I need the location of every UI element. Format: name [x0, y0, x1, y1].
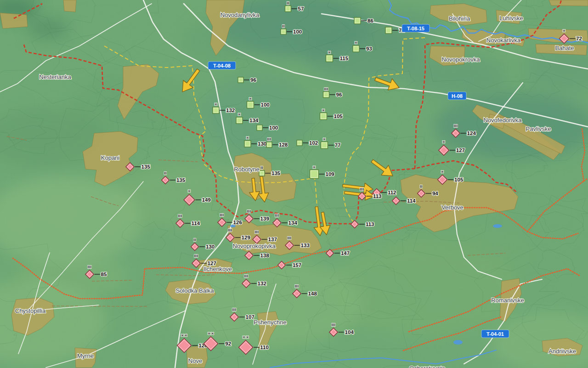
place-label-pshenychne: Pshenychne	[254, 319, 287, 326]
situation-map[interactable]: ✕72III124✕127135II135✕149✕105II94112III1…	[0, 0, 588, 368]
unit-number: 109	[326, 171, 334, 177]
unit-echelon: III	[194, 254, 198, 258]
unit-number: 135	[271, 170, 281, 176]
unit-number: 72	[576, 36, 582, 41]
pond	[493, 224, 502, 228]
unit-echelon: II	[260, 165, 263, 170]
unit-number: 133	[301, 243, 310, 248]
place-label-ilchenkove: Ilchenkove	[204, 266, 232, 272]
unit-echelon: III	[454, 124, 458, 128]
unit-echelon: III	[332, 323, 336, 327]
unit-number: 137	[268, 237, 277, 242]
unit-echelon: ✕	[328, 50, 331, 55]
unit-number: 104	[345, 329, 354, 335]
road-shield-T-08-15: T-08-15	[402, 24, 430, 32]
place-label-luhivske: Luhivske	[499, 15, 523, 22]
unit-echelon: III	[220, 213, 224, 217]
unit-number: 149	[202, 197, 211, 203]
unit-echelon: III	[178, 214, 182, 218]
place-label-novoprokopivka: Novoprokopivka	[232, 243, 276, 249]
unit-number: 130	[206, 244, 215, 249]
unit-echelon: ✕	[354, 40, 358, 45]
unit-number: 85	[101, 272, 107, 277]
unit-number: 100	[261, 102, 270, 108]
unit-echelon: III	[267, 137, 271, 142]
unit-echelon: III	[255, 230, 259, 234]
unit-number: 135	[176, 177, 186, 183]
unit-number: 112	[388, 190, 396, 195]
place-label-novopokrovka: Novopokrovka	[441, 56, 480, 63]
unit-number: 132	[226, 108, 235, 113]
unit-echelon: II	[164, 171, 167, 176]
unit-number: 132	[258, 281, 266, 286]
unit-number: 110	[260, 345, 269, 350]
unit-number: 127	[456, 147, 465, 153]
road-shield-label: T-04-01	[486, 331, 504, 337]
unit-number: 128	[279, 142, 288, 147]
unit-echelon: III	[288, 236, 292, 240]
unit-echelon: III	[295, 284, 299, 289]
unit-number: 77	[335, 142, 341, 148]
unit-echelon: ✕	[562, 28, 566, 33]
unit-number: 107	[246, 314, 254, 320]
unit-echelon: II	[193, 238, 196, 242]
unit-echelon: ✕	[214, 102, 218, 107]
unit-number: 134	[288, 220, 298, 226]
unit-number: 100	[293, 29, 302, 34]
place-label-novodanylivka: Novodanylivka	[220, 11, 260, 18]
unit-number: 126	[233, 220, 242, 225]
place-label-novokarlivka: Novokarlivka	[486, 37, 521, 44]
unit-number: 114	[407, 198, 416, 204]
unit-number: 147	[341, 250, 350, 256]
road-shield-label: T-08-15	[407, 26, 424, 31]
unit-number: 139	[260, 216, 269, 221]
unit-echelon: ✕	[187, 189, 191, 193]
unit-echelon: ✕✕	[207, 331, 214, 336]
unit-number: 114	[192, 221, 200, 226]
unit-number: 130	[258, 141, 266, 147]
unit-number: 148	[308, 291, 317, 296]
unit-echelon: ✕✕	[181, 333, 187, 338]
unit-number: 124	[467, 130, 476, 136]
unit-number: 115	[340, 56, 349, 61]
unit-echelon: III	[360, 187, 364, 192]
place-label-bilohiria: Bilohiria	[449, 15, 470, 22]
unit-echelon: ✕	[237, 112, 241, 117]
unit-echelon: II	[287, 1, 289, 6]
unit-number: 135	[141, 164, 151, 170]
unit-number: 96	[250, 77, 256, 83]
village-polygon-field-topleft-b	[63, 0, 76, 12]
place-label-solodka-balka: Solodka Balka	[175, 287, 214, 294]
place-label-andriivske: Andriivske	[548, 348, 576, 355]
place-label-pavlivske: Pavlivske	[526, 125, 551, 132]
pond	[453, 340, 463, 345]
unit-number: 129	[242, 235, 250, 240]
unit-echelon: ✕	[249, 96, 252, 101]
unit-echelon: ✕	[312, 165, 316, 170]
road-shield-label: T-04-08	[213, 63, 231, 68]
unit-echelon: II	[282, 24, 285, 28]
unit-echelon: III	[228, 228, 232, 232]
unit-number: 100	[269, 125, 278, 130]
unit-echelon: ✕	[246, 136, 249, 140]
unit-number: 138	[260, 253, 270, 258]
unit-echelon: ✕	[322, 108, 325, 113]
terrain-shade	[28, 18, 69, 39]
unit-echelon: II	[420, 184, 423, 189]
unit-number: 134	[249, 118, 259, 123]
unit-number: 92	[225, 341, 231, 346]
unit-number: 86	[368, 18, 373, 23]
unit-number: 113	[366, 221, 374, 227]
unit-number: 105	[334, 113, 343, 119]
place-label-chystopillia: Chystopillia	[15, 307, 46, 314]
unit-number: 105	[454, 177, 464, 182]
place-label-nove: Nove	[188, 357, 202, 364]
unit-number: 102	[309, 140, 318, 146]
place-label-myrne: Myrne	[77, 352, 94, 359]
unit-echelon: III	[275, 213, 279, 218]
unit-echelon: III	[232, 307, 237, 312]
place-label-bahate: Bahate	[555, 45, 574, 51]
place-label-robotyne: Robotyne	[234, 166, 260, 173]
unit-number: 157	[293, 262, 301, 268]
place-label-ocheretuvate: Ocheretuvate	[409, 365, 445, 368]
